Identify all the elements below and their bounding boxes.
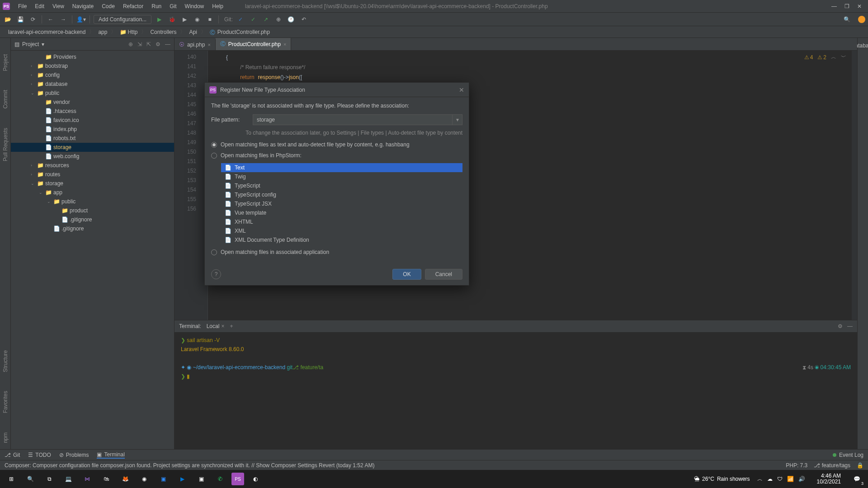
git-history-icon[interactable]: ⊕: [274, 14, 283, 24]
file-type-list[interactable]: 📄Text📄Twig📄TypeScript📄TypeScript config📄…: [221, 163, 462, 244]
tray-volume-icon[interactable]: 🔊: [798, 476, 805, 482]
tray-security-icon[interactable]: 🛡: [777, 476, 783, 482]
status-branch[interactable]: ⎇ feature/tags: [814, 462, 850, 469]
close-dialog-icon[interactable]: ✕: [459, 86, 464, 94]
tab-api-php[interactable]: ⦿api.php×: [175, 39, 216, 50]
chevron-up-icon[interactable]: ︿: [757, 475, 763, 483]
tree-item[interactable]: 📄.htaccess: [11, 107, 174, 116]
menu-view[interactable]: View: [49, 2, 68, 11]
close-tab-icon[interactable]: ×: [221, 323, 224, 329]
menu-file[interactable]: File: [14, 2, 30, 11]
tree-item[interactable]: 📄.gitignore: [11, 215, 174, 224]
store-icon[interactable]: 🛍: [99, 471, 114, 487]
menu-edit[interactable]: Edit: [31, 2, 48, 11]
status-php[interactable]: PHP: 7.3: [786, 462, 807, 469]
hide-icon[interactable]: —: [165, 41, 170, 47]
file-type-item[interactable]: 📄TypeScript: [221, 181, 462, 190]
taskbar-clock[interactable]: 4:46 AM 10/2/2021: [817, 473, 841, 485]
tree-item[interactable]: ›📁routes: [11, 170, 174, 179]
ok-button[interactable]: OK: [392, 269, 421, 280]
bottom-event-log[interactable]: Event Log: [839, 452, 863, 458]
file-type-item[interactable]: 📄Twig: [221, 172, 462, 181]
radio-associated-app[interactable]: Open matching files in associated applic…: [211, 249, 462, 255]
close-tab-icon[interactable]: ×: [283, 42, 286, 47]
tool-commit[interactable]: Commit: [2, 87, 9, 111]
bottom-git[interactable]: ⎇Git: [5, 452, 20, 458]
file-type-item[interactable]: 📄Vue template: [221, 208, 462, 217]
gear-icon[interactable]: ⚙: [838, 323, 843, 329]
chevron-down-icon[interactable]: ▾: [452, 115, 462, 125]
tree-item[interactable]: 📄web.config: [11, 152, 174, 161]
project-tree[interactable]: 📁Providers›📁bootstrap›📁config›📁database⌄…: [11, 51, 174, 449]
radio-auto-detect[interactable]: Open matching files as text and auto-det…: [211, 141, 462, 148]
back-icon[interactable]: ←: [46, 14, 56, 24]
zoom-icon[interactable]: ▣: [156, 471, 171, 487]
tree-item[interactable]: 📄robots.txt: [11, 134, 174, 143]
profile-icon[interactable]: ◉: [192, 14, 202, 24]
menu-code[interactable]: Code: [98, 2, 118, 11]
bottom-terminal[interactable]: ▣Terminal: [97, 451, 124, 459]
coverage-icon[interactable]: ▶: [179, 14, 189, 24]
inspection-widget[interactable]: ⚠4 ⚠2 ︿ ﹀: [804, 53, 846, 61]
git-push-icon[interactable]: ↗: [261, 14, 271, 24]
crumb-project[interactable]: laravel-api-ecommerce-backend: [5, 28, 89, 37]
file-type-item[interactable]: 📄XML Document Type Definition: [221, 235, 462, 244]
app-2-icon[interactable]: ◐: [248, 471, 263, 487]
start-icon[interactable]: ⊞: [4, 471, 19, 487]
git-clock-icon[interactable]: 🕐: [286, 14, 296, 24]
file-type-item[interactable]: 📄XHTML: [221, 217, 462, 226]
cancel-button[interactable]: Cancel: [425, 269, 462, 280]
tree-item[interactable]: 📁product: [11, 206, 174, 215]
terminal-body[interactable]: ❯ sail artisan -V Laravel Framework 8.60…: [175, 332, 857, 449]
collapse-icon[interactable]: ⇱: [146, 41, 151, 47]
tool-project[interactable]: Project: [2, 52, 9, 74]
git-rollback-icon[interactable]: ↶: [299, 14, 309, 24]
tree-item[interactable]: ⌄📁storage: [11, 179, 174, 188]
tab-product-controller[interactable]: ⒸProductController.php×: [216, 38, 292, 50]
tree-item[interactable]: ⌄📁public: [11, 197, 174, 206]
debug-icon[interactable]: 🐞: [167, 14, 177, 24]
tree-item[interactable]: ›📁bootstrap: [11, 61, 174, 70]
status-message[interactable]: Composer: Composer configuration file co…: [5, 462, 374, 469]
crumb-api[interactable]: Api: [185, 28, 200, 37]
menu-navigate[interactable]: Navigate: [69, 2, 97, 11]
run-config-dropdown[interactable]: Add Configuration...: [94, 15, 151, 24]
expand-icon[interactable]: ⇲: [137, 41, 142, 47]
tree-item[interactable]: 📄index.php: [11, 125, 174, 134]
menu-refactor[interactable]: Refactor: [119, 2, 147, 11]
tree-item[interactable]: ⌄📁app: [11, 188, 174, 197]
tree-item[interactable]: 📄.gitignore: [11, 224, 174, 233]
bottom-todo[interactable]: ☰TODO: [28, 452, 51, 458]
menu-run[interactable]: Run: [148, 2, 165, 11]
tray-cloud-icon[interactable]: ☁: [767, 476, 773, 482]
firefox-icon[interactable]: 🦊: [118, 471, 133, 487]
app-1-icon[interactable]: 💻: [61, 471, 76, 487]
file-type-item[interactable]: 📄TypeScript JSX: [221, 199, 462, 208]
open-icon[interactable]: 📂: [3, 14, 13, 24]
phpstorm-taskbar-icon[interactable]: PS: [231, 473, 244, 485]
media-player-icon[interactable]: ▶: [175, 471, 190, 487]
tool-pull-requests[interactable]: Pull Requests: [2, 125, 9, 164]
error-stripe[interactable]: [852, 51, 857, 320]
close-icon[interactable]: ✕: [856, 3, 863, 9]
radio-open-in-phpstorm[interactable]: Open matching files in PhpStorm:: [211, 152, 462, 159]
bottom-problems[interactable]: ⊘Problems: [59, 452, 89, 458]
search-icon[interactable]: 🔍: [842, 14, 852, 24]
tree-item[interactable]: 📄favicon.ico: [11, 116, 174, 125]
stop-icon[interactable]: ■: [205, 14, 215, 24]
tree-item[interactable]: 📁vendor: [11, 98, 174, 107]
crumb-controllers[interactable]: Controllers: [146, 28, 180, 37]
add-terminal-icon[interactable]: +: [230, 323, 233, 329]
target-icon[interactable]: ⊕: [128, 41, 133, 47]
chrome-icon[interactable]: ◉: [137, 471, 152, 487]
chevron-down-icon[interactable]: ﹀: [841, 53, 846, 61]
vscode-icon[interactable]: ⋈: [80, 471, 95, 487]
tool-structure[interactable]: Structure: [2, 347, 9, 375]
file-type-item[interactable]: 📄Text: [221, 163, 462, 172]
task-view-icon[interactable]: ⧉: [42, 471, 57, 487]
menu-git[interactable]: Git: [166, 2, 180, 11]
minimize-icon[interactable]: —: [831, 3, 837, 9]
terminal-tab-local[interactable]: Local ×: [207, 323, 225, 329]
sync-icon[interactable]: ⟳: [28, 14, 38, 24]
git-update-icon[interactable]: ✓: [236, 14, 245, 24]
